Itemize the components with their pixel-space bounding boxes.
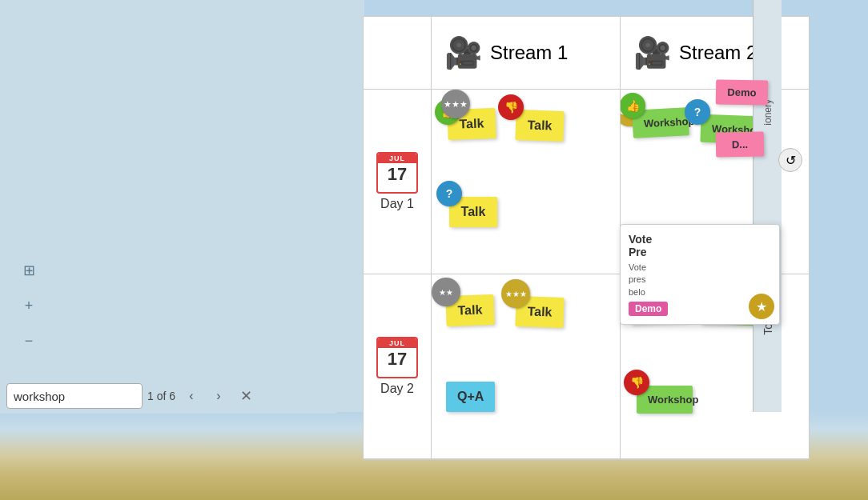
undo-button[interactable]: ↺ — [778, 148, 802, 172]
day1-month: JUL — [378, 154, 416, 163]
day2-col: JUL 17 Day 2 — [364, 274, 432, 458]
stream1-label: Stream 1 — [490, 42, 568, 64]
vote-popup-text: Votepresbelo — [629, 262, 771, 298]
left-panel — [0, 0, 364, 412]
plus-icon[interactable]: + — [14, 291, 43, 320]
vote-popup-title: VotePre — [629, 233, 771, 258]
prev-result-button[interactable]: ‹ — [180, 385, 203, 407]
stream1-icon: 🎥 — [444, 35, 482, 70]
question-badge-1: ? — [436, 181, 462, 206]
day1-col: JUL 17 Day 1 — [364, 90, 432, 274]
stream2-icon: 🎥 — [633, 35, 671, 70]
next-result-button[interactable]: › — [207, 385, 230, 407]
grid-icon[interactable]: ⊞ — [14, 256, 43, 285]
thumbsdown-badge-2: 👎 — [624, 370, 649, 395]
vote-popup: VotePre Votepresbelo Demo ★ — [620, 224, 780, 325]
day1-text: Day 1 — [380, 197, 414, 211]
day1-date: 17 — [388, 163, 407, 186]
vote-demo-badge[interactable]: Demo — [629, 302, 668, 316]
minus-icon[interactable]: − — [14, 326, 43, 355]
close-search-button[interactable]: ✕ — [235, 385, 257, 407]
thumbsdown-badge: 👎 — [498, 94, 524, 120]
day-header-space — [364, 17, 432, 89]
thumbsup-badge-2: 👍 — [621, 93, 645, 118]
day2-calendar: JUL 17 — [376, 337, 418, 378]
undo-area: ↺ — [778, 148, 802, 172]
search-input[interactable] — [6, 383, 143, 409]
day1-label: JUL 17 Day 1 — [376, 152, 418, 211]
stars-badge-1: ★★★ — [441, 90, 470, 118]
qna-sticky[interactable]: Q+A — [446, 382, 495, 412]
day2-date: 17 — [388, 348, 407, 371]
search-bar: 1 of 6 ‹ › ✕ — [0, 378, 336, 414]
day1-stream1-cell[interactable]: Talk 👍 ★★★ Talk 👎 Talk ? — [432, 90, 621, 274]
main-area: ⊞ + − 1 of 6 ‹ › ✕ 🎥 Stream 1 🎥 Stream 2 — [0, 0, 868, 500]
day2-label: JUL 17 Day 2 — [376, 337, 418, 396]
stars-badge-3: ★★ — [432, 278, 460, 306]
right-text-strip-1: ionery — [753, 0, 782, 224]
left-controls: ⊞ + − — [14, 256, 43, 355]
day2-stream1-cell[interactable]: Talk ★★ Talk ★★★ Q+A — [432, 274, 621, 458]
header-row: 🎥 Stream 1 🎥 Stream 2 — [364, 17, 809, 90]
search-counter: 1 of 6 — [147, 390, 175, 402]
talk-sticky-2[interactable]: Talk — [515, 110, 564, 142]
gold-star-button[interactable]: ★ — [749, 294, 774, 319]
demo-sticky-2[interactable]: D... — [716, 131, 765, 157]
demo-sticky[interactable]: Demo — [716, 79, 769, 105]
day2-month: JUL — [378, 338, 416, 348]
day1-calendar: JUL 17 — [376, 152, 418, 194]
question-badge-2: ? — [685, 99, 710, 125]
stream2-label: Stream 2 — [679, 42, 757, 64]
stars-badge-4: ★★★ — [501, 279, 530, 308]
stream1-header: 🎥 Stream 1 — [432, 17, 621, 89]
day2-text: Day 2 — [380, 382, 414, 396]
